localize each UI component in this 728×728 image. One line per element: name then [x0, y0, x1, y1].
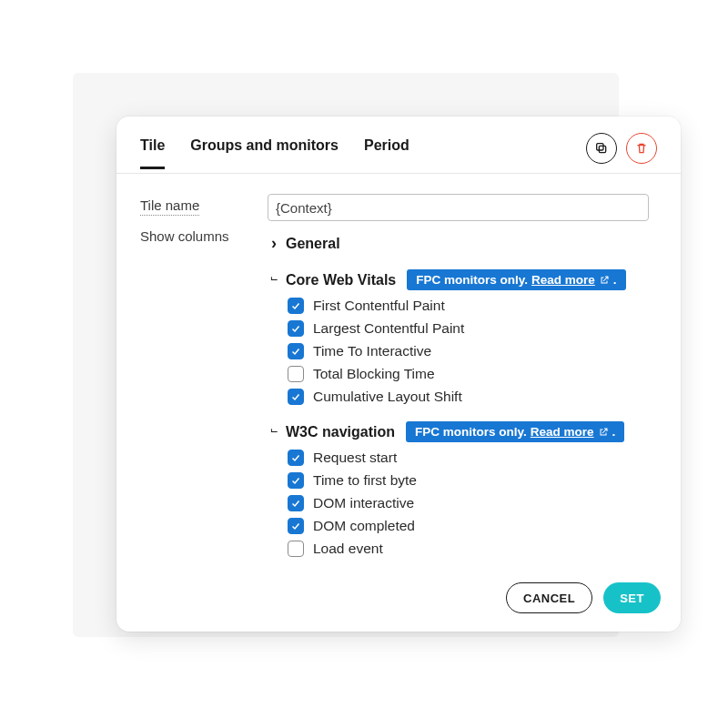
form-content-column: ›General⌐Core Web VitalsFPC monitors onl…: [268, 194, 657, 561]
column-option[interactable]: Total Blocking Time: [288, 366, 657, 382]
dialog-header: Tile Groups and monitors Period: [116, 116, 681, 174]
tile-name-input[interactable]: [268, 194, 649, 221]
checkbox[interactable]: [288, 518, 304, 534]
set-button[interactable]: SET: [603, 582, 661, 613]
collapse-icon: ⌐: [268, 425, 280, 440]
badge-text: FPC monitors only.: [416, 273, 528, 287]
tab-groups-and-monitors[interactable]: Groups and monitors: [190, 137, 339, 169]
section-title: W3C navigation: [286, 424, 395, 440]
form-labels-column: Tile name Show columns: [140, 194, 249, 244]
check-icon: [290, 498, 301, 509]
column-option[interactable]: DOM completed: [288, 518, 657, 534]
section-header[interactable]: ›General: [268, 230, 657, 257]
section-title: General: [286, 236, 340, 252]
section-title: Core Web Vitals: [286, 272, 396, 288]
svg-rect-1: [597, 144, 603, 150]
delete-button[interactable]: [626, 133, 657, 164]
badge-text: FPC monitors only.: [415, 425, 527, 439]
column-option[interactable]: Time To Interactive: [288, 343, 657, 359]
trash-icon: [634, 141, 649, 156]
read-more-link[interactable]: Read more: [531, 425, 594, 439]
option-label: Cumulative Layout Shift: [313, 389, 462, 405]
duplicate-button[interactable]: [586, 133, 617, 164]
column-option[interactable]: First Contentful Paint: [288, 298, 657, 314]
column-option[interactable]: Request start: [288, 450, 657, 466]
option-label: Largest Contentful Paint: [313, 320, 464, 337]
column-option[interactable]: Largest Contentful Paint: [288, 320, 657, 337]
option-label: Request start: [313, 450, 397, 466]
option-label: DOM interactive: [313, 495, 414, 511]
option-label: Time to first byte: [313, 472, 417, 489]
dialog-footer: CANCEL SET: [116, 568, 681, 632]
external-link-icon: [598, 427, 609, 438]
tile-settings-dialog: Tile Groups and monitors Period Tile nam…: [116, 116, 681, 632]
section: ›General: [268, 230, 657, 257]
check-icon: [290, 521, 301, 531]
checkbox[interactable]: [288, 472, 304, 489]
check-icon: [290, 475, 301, 486]
check-icon: [290, 300, 301, 311]
external-link-icon: [599, 275, 610, 286]
option-label: DOM completed: [313, 518, 415, 534]
read-more-link[interactable]: Read more: [531, 273, 595, 287]
cancel-button[interactable]: CANCEL: [506, 582, 592, 613]
header-actions: [586, 133, 657, 164]
section-items: First Contentful PaintLargest Contentful…: [268, 294, 657, 409]
tile-name-label: Tile name: [140, 197, 249, 216]
checkbox[interactable]: [288, 343, 304, 359]
checkbox[interactable]: [288, 495, 304, 511]
check-icon: [290, 452, 301, 463]
column-option[interactable]: Load event: [288, 541, 657, 557]
checkbox[interactable]: [288, 298, 304, 314]
check-icon: [290, 391, 301, 402]
checkbox[interactable]: [288, 320, 304, 337]
columns-sections: ›General⌐Core Web VitalsFPC monitors onl…: [268, 230, 657, 561]
dialog-body: Tile name Show columns ›General⌐Core Web…: [116, 174, 681, 568]
column-option[interactable]: Cumulative Layout Shift: [288, 389, 657, 405]
section-header[interactable]: ⌐W3C navigationFPC monitors only. Read m…: [268, 418, 657, 446]
section-items: Request startTime to first byteDOM inter…: [268, 446, 657, 561]
option-label: Load event: [313, 541, 383, 557]
tab-period[interactable]: Period: [364, 137, 410, 169]
column-option[interactable]: Time to first byte: [288, 472, 657, 489]
checkbox[interactable]: [288, 389, 304, 405]
checkbox[interactable]: [288, 541, 304, 557]
option-label: First Contentful Paint: [313, 298, 445, 314]
svg-rect-0: [599, 146, 605, 152]
option-label: Total Blocking Time: [313, 366, 435, 382]
expand-icon: ›: [268, 234, 280, 253]
collapse-icon: ⌐: [268, 273, 280, 288]
option-label: Time To Interactive: [313, 343, 431, 359]
show-columns-label: Show columns: [140, 228, 249, 244]
section-header[interactable]: ⌐Core Web VitalsFPC monitors only. Read …: [268, 266, 657, 294]
section: ⌐W3C navigationFPC monitors only. Read m…: [268, 418, 657, 561]
fpc-badge: FPC monitors only. Read more .: [406, 421, 624, 442]
checkbox[interactable]: [288, 450, 304, 466]
tab-bar: Tile Groups and monitors Period: [140, 137, 586, 169]
tab-tile[interactable]: Tile: [140, 137, 165, 169]
check-icon: [290, 346, 301, 357]
fpc-badge: FPC monitors only. Read more .: [407, 269, 625, 290]
column-option[interactable]: DOM interactive: [288, 495, 657, 511]
copy-icon: [594, 141, 609, 156]
checkbox[interactable]: [288, 366, 304, 382]
section: ⌐Core Web VitalsFPC monitors only. Read …: [268, 266, 657, 409]
check-icon: [290, 323, 301, 334]
